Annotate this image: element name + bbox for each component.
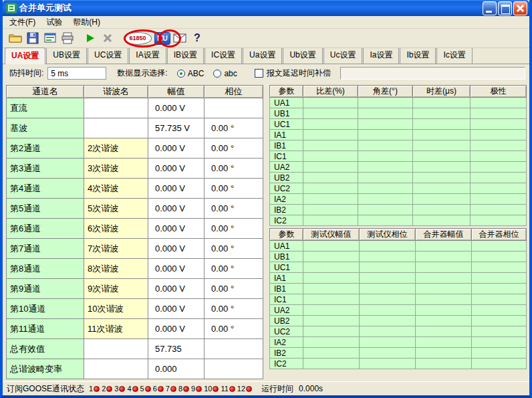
- phase-cell[interactable]: 0.00 °: [205, 159, 263, 179]
- phase-cell[interactable]: 0.00 °: [205, 299, 263, 319]
- param-row: UC1: [270, 119, 527, 130]
- tab-Uc设置[interactable]: Uc设置: [323, 47, 363, 64]
- delay-compensation-checkbox[interactable]: 报文延迟时间补偿: [255, 68, 331, 79]
- menu-file[interactable]: 文件(F): [4, 15, 41, 29]
- empty-value-cell: [360, 262, 416, 273]
- empty-value-cell: [416, 348, 472, 359]
- empty-value-cell: [471, 205, 527, 215]
- channel-name-cell: 总谐波畸变率: [7, 359, 84, 379]
- maximize-button[interactable]: [498, 1, 512, 15]
- empty-value-cell: [471, 173, 527, 183]
- param-row: UA2: [270, 305, 527, 316]
- phase-cell[interactable]: 0.00 °: [205, 319, 263, 339]
- amplitude-cell[interactable]: 0.000 V: [148, 199, 205, 219]
- amplitude-cell[interactable]: 0.000 V: [148, 159, 205, 179]
- empty-value-cell: [303, 162, 358, 173]
- param-name-cell: IA2: [270, 194, 303, 205]
- amplitude-cell[interactable]: 0.000 V: [148, 98, 205, 118]
- amplitude-cell[interactable]: 57.735 V: [148, 118, 205, 138]
- phase-cell[interactable]: [205, 339, 263, 359]
- menu-bar: 文件(F) 试验 帮助(H): [3, 16, 529, 29]
- tab-bar: UA设置UB设置UC设置IA设置IB设置IC设置Ua设置Ub设置Uc设置Ia设置…: [3, 48, 529, 64]
- param-name-cell: UB1: [270, 252, 303, 262]
- param-row: UC1: [270, 262, 527, 273]
- empty-value-cell: [413, 183, 471, 194]
- iec61850-config-button[interactable]: 61850: [122, 29, 154, 47]
- tab-UA设置[interactable]: UA设置: [5, 47, 45, 64]
- message-button[interactable]: [171, 29, 188, 47]
- empty-value-cell: [358, 98, 413, 108]
- goose-channel-number: 12: [237, 385, 245, 393]
- phase-cell[interactable]: [205, 98, 263, 118]
- help-button[interactable]: ?: [188, 29, 206, 47]
- amplitude-cell[interactable]: 0.000 V: [148, 179, 205, 199]
- amplitude-cell[interactable]: 57.735: [148, 339, 205, 359]
- phase-cell[interactable]: 0.00 °: [205, 279, 263, 299]
- open-folder-icon: [9, 33, 22, 43]
- phase-cell[interactable]: 0.00 °: [205, 199, 263, 219]
- empty-value-cell: [303, 119, 358, 130]
- tab-Ib设置[interactable]: Ib设置: [400, 47, 436, 64]
- radio-abc-upper[interactable]: ABC: [177, 69, 205, 78]
- play-icon: [85, 33, 96, 43]
- tab-Ub设置[interactable]: Ub设置: [283, 47, 322, 64]
- comparison-table: 参数 测试仪幅值 测试仪相位 合并器幅值 合并器相位 UA1UB1UC1IA1I…: [269, 228, 527, 369]
- amplitude-cell[interactable]: 0.000 V: [148, 239, 205, 259]
- harmonic-name-cell: 11次谐波: [84, 319, 148, 339]
- minimize-button[interactable]: [483, 1, 497, 15]
- start-test-button[interactable]: [82, 29, 99, 47]
- amplitude-cell[interactable]: 0.000 V: [148, 259, 205, 279]
- menu-help[interactable]: 帮助(H): [68, 15, 106, 29]
- phase-cell[interactable]: 0.00 °: [205, 138, 263, 159]
- debounce-input[interactable]: 5 ms: [47, 67, 106, 80]
- status-bar: 订阅GOOSE通讯状态 123456789101112 运行时间 0.000s: [3, 381, 529, 395]
- param-row: UA2: [270, 162, 527, 173]
- phase-cell[interactable]: 0.00 °: [205, 239, 263, 259]
- amplitude-cell[interactable]: 0.000 V: [148, 319, 205, 339]
- print-button[interactable]: [59, 29, 76, 47]
- tab-Ia设置[interactable]: Ia设置: [363, 47, 399, 64]
- tab-IA设置[interactable]: IA设置: [129, 47, 166, 64]
- channel-name-cell: 第4通道: [7, 179, 84, 199]
- save-button[interactable]: [24, 29, 41, 47]
- channel-name-cell: 第7通道: [7, 239, 84, 259]
- phase-cell[interactable]: 0.00 °: [205, 179, 263, 199]
- phase-cell[interactable]: 0.00 °: [205, 259, 263, 279]
- mu-config-button[interactable]: MU: [154, 29, 171, 47]
- empty-value-cell: [303, 284, 360, 294]
- display-select-label: 数据显示选择:: [117, 68, 167, 79]
- tab-IC设置[interactable]: IC设置: [205, 47, 242, 64]
- tab-Ic设置[interactable]: Ic设置: [436, 47, 472, 64]
- amplitude-cell[interactable]: 0.000 V: [148, 299, 205, 319]
- report-button[interactable]: [41, 29, 59, 47]
- phase-cell[interactable]: 0.00 °: [205, 118, 263, 138]
- empty-value-cell: [303, 183, 358, 194]
- stop-test-button[interactable]: [99, 29, 116, 47]
- channel-name-cell: 第2通道: [7, 138, 84, 159]
- tab-Ua设置[interactable]: Ua设置: [243, 47, 282, 64]
- col-header-param: 参数: [270, 86, 303, 98]
- menu-test[interactable]: 试验: [41, 15, 68, 29]
- amplitude-cell[interactable]: 0.000: [148, 359, 205, 379]
- goose-status-dot: [183, 386, 189, 392]
- param-row: IA1: [270, 273, 527, 284]
- harmonic-name-cell: 8次谐波: [84, 259, 148, 279]
- empty-value-cell: [413, 130, 471, 140]
- phase-cell[interactable]: [205, 359, 263, 379]
- close-button[interactable]: [513, 1, 527, 15]
- param-row: UB2: [270, 173, 527, 183]
- tab-UB设置[interactable]: UB设置: [46, 47, 87, 64]
- param-row: IB2: [270, 205, 527, 215]
- open-button[interactable]: [7, 29, 24, 47]
- phase-cell[interactable]: 0.00 °: [205, 219, 263, 239]
- tab-IB设置[interactable]: IB设置: [167, 47, 204, 64]
- radio-abc-lower[interactable]: abc: [213, 69, 237, 78]
- amplitude-cell[interactable]: 0.000 V: [148, 138, 205, 159]
- tab-UC设置[interactable]: UC设置: [88, 47, 128, 64]
- goose-channel-number: 11: [221, 385, 228, 393]
- empty-value-cell: [472, 262, 527, 273]
- goose-status-dot: [94, 386, 100, 392]
- amplitude-cell[interactable]: 0.000 V: [148, 279, 205, 299]
- amplitude-cell[interactable]: 0.000 V: [148, 219, 205, 239]
- empty-value-cell: [303, 173, 358, 183]
